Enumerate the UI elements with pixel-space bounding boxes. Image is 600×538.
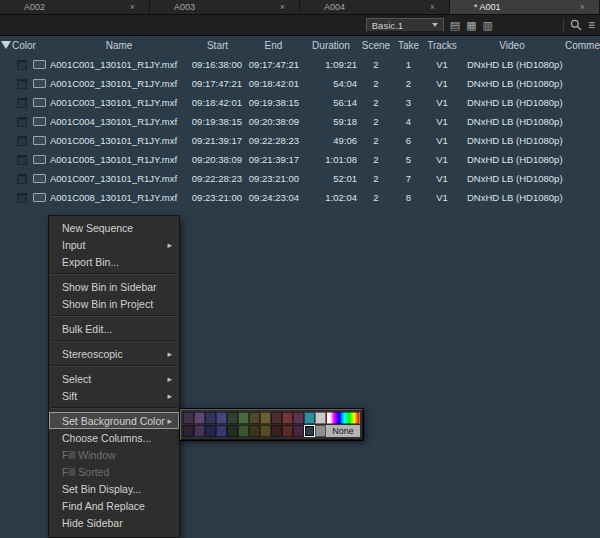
color-swatch[interactable] xyxy=(216,412,227,424)
column-header-end[interactable]: End xyxy=(245,40,302,51)
table-row[interactable]: A001C005_130101_R1JY.mxf09:20:38:0909:21… xyxy=(0,150,600,169)
masterclip-icon xyxy=(33,117,46,126)
clip-color-checkbox[interactable] xyxy=(17,117,27,127)
clip-duration: 1:02:04 xyxy=(302,192,360,203)
table-row[interactable]: A001C004_130101_R1JY.mxf09:19:38:1509:20… xyxy=(0,112,600,131)
color-swatch[interactable] xyxy=(271,425,282,437)
clip-color-checkbox[interactable] xyxy=(17,136,27,146)
menu-item-export-bin[interactable]: Export Bin... xyxy=(49,253,179,270)
clip-video: DNxHD LB (HD1080p) xyxy=(459,192,565,203)
clip-icon-cell xyxy=(30,155,48,164)
color-swatch[interactable] xyxy=(304,412,315,424)
bin-menu-icon[interactable]: ≡ xyxy=(588,19,595,31)
clip-start: 09:17:47:21 xyxy=(190,78,245,89)
color-swatch[interactable] xyxy=(260,412,271,424)
menu-separator xyxy=(49,337,179,345)
close-icon[interactable]: × xyxy=(280,3,285,12)
menu-item-bulk-edit[interactable]: Bulk Edit... xyxy=(49,320,179,337)
menu-item-new-sequence[interactable]: New Sequence xyxy=(49,219,179,236)
clip-color-checkbox[interactable] xyxy=(17,155,27,165)
color-swatch[interactable] xyxy=(282,425,293,437)
search-icon[interactable] xyxy=(570,19,582,31)
color-swatch[interactable] xyxy=(293,412,304,424)
color-swatch[interactable] xyxy=(238,425,249,437)
menu-item-show-bin-in-project[interactable]: Show Bin in Project xyxy=(49,295,179,312)
color-swatch[interactable] xyxy=(194,412,205,424)
close-icon[interactable]: × xyxy=(130,3,135,12)
submenu-arrow-icon: ▸ xyxy=(167,416,172,426)
menu-item-input[interactable]: Input▸ xyxy=(49,236,179,253)
table-row[interactable]: A001C007_130101_R1JY.mxf09:22:28:2309:23… xyxy=(0,169,600,188)
color-swatch[interactable] xyxy=(249,425,260,437)
clip-color-checkbox[interactable] xyxy=(17,98,27,108)
tab-label: A003 xyxy=(174,2,280,12)
menu-separator xyxy=(49,404,179,412)
list-view-icon[interactable]: ▤ xyxy=(450,20,460,31)
color-swatch[interactable] xyxy=(315,412,326,424)
selected-color-swatch[interactable] xyxy=(304,425,315,437)
color-swatch[interactable] xyxy=(238,412,249,424)
color-swatch[interactable] xyxy=(183,425,194,437)
rainbow-swatch[interactable] xyxy=(326,412,360,424)
color-swatch[interactable] xyxy=(205,425,216,437)
clip-start: 09:22:28:23 xyxy=(190,173,245,184)
bin-tab-a003[interactable]: A003× xyxy=(150,0,300,14)
submenu-arrow-icon: ▸ xyxy=(167,349,172,359)
masterclip-icon xyxy=(33,60,46,69)
clip-name: A001C007_130101_R1JY.mxf xyxy=(48,173,190,184)
menu-item-set-bin-display[interactable]: Set Bin Display... xyxy=(49,480,179,497)
bin-fast-menu-icon[interactable] xyxy=(1,41,11,49)
masterclip-icon xyxy=(33,174,46,183)
color-swatch[interactable] xyxy=(227,412,238,424)
menu-item-stereoscopic[interactable]: Stereoscopic▸ xyxy=(49,345,179,362)
tab-label: * A001 xyxy=(474,2,580,12)
menu-item-show-bin-in-sidebar[interactable]: Show Bin in Sidebar xyxy=(49,278,179,295)
column-header-tracks[interactable]: Tracks xyxy=(425,40,459,51)
table-row[interactable]: A001C008_130101_R1JY.mxf09:23:21:0009:24… xyxy=(0,188,600,207)
color-swatch[interactable] xyxy=(260,425,271,437)
close-icon[interactable]: × xyxy=(430,3,435,12)
clip-color-cell xyxy=(0,155,30,165)
menu-item-find-and-replace[interactable]: Find And Replace xyxy=(49,497,179,514)
column-header-duration[interactable]: Duration xyxy=(302,40,360,51)
color-swatch[interactable] xyxy=(216,425,227,437)
frame-view-icon[interactable]: ▦ xyxy=(466,20,476,31)
menu-item-select[interactable]: Select▸ xyxy=(49,370,179,387)
column-header-name[interactable]: Name xyxy=(48,40,190,51)
menu-item-sift[interactable]: Sift▸ xyxy=(49,387,179,404)
color-swatch[interactable] xyxy=(271,412,282,424)
menu-item-label: Find And Replace xyxy=(62,500,172,512)
color-swatch[interactable] xyxy=(183,412,194,424)
color-swatch[interactable] xyxy=(205,412,216,424)
menu-item-hide-sidebar[interactable]: Hide Sidebar xyxy=(49,514,179,531)
table-row[interactable]: A001C002_130101_R1JY.mxf09:17:47:2109:18… xyxy=(0,74,600,93)
color-swatch[interactable] xyxy=(315,425,326,437)
color-swatch[interactable] xyxy=(194,425,205,437)
color-swatch[interactable] xyxy=(293,425,304,437)
clip-color-checkbox[interactable] xyxy=(17,193,27,203)
column-header-take[interactable]: Take xyxy=(392,40,425,51)
clip-color-checkbox[interactable] xyxy=(17,60,27,70)
color-swatch[interactable] xyxy=(282,412,293,424)
bin-tab-a004[interactable]: A004× xyxy=(300,0,450,14)
table-row[interactable]: A001C003_130101_R1JY.mxf09:18:42:0109:19… xyxy=(0,93,600,112)
color-swatch[interactable] xyxy=(249,412,260,424)
column-header-video[interactable]: Video xyxy=(459,40,565,51)
view-preset-dropdown[interactable]: Basic.1 xyxy=(366,18,444,32)
bin-tab-a001[interactable]: * A001× xyxy=(450,0,600,14)
table-row[interactable]: A001C001_130101_R1JY.mxf09:16:38:0009:17… xyxy=(0,55,600,74)
color-swatch[interactable] xyxy=(227,425,238,437)
column-header-comments[interactable]: Comments xyxy=(565,40,600,51)
menu-item-choose-columns[interactable]: Choose Columns... xyxy=(49,429,179,446)
palette-row-2: None xyxy=(183,425,360,437)
menu-item-set-background-color[interactable]: Set Background Color▸ xyxy=(49,412,179,429)
column-header-start[interactable]: Start xyxy=(190,40,245,51)
close-icon[interactable]: × xyxy=(580,3,585,12)
clip-color-checkbox[interactable] xyxy=(17,79,27,89)
column-header-scene[interactable]: Scene xyxy=(360,40,392,51)
script-view-icon[interactable]: ▥ xyxy=(483,20,493,31)
table-row[interactable]: A001C006_130101_R1JY.mxf09:21:39:1709:22… xyxy=(0,131,600,150)
bin-tab-a002[interactable]: A002× xyxy=(0,0,150,14)
none-button[interactable]: None xyxy=(326,425,360,437)
clip-color-checkbox[interactable] xyxy=(17,174,27,184)
